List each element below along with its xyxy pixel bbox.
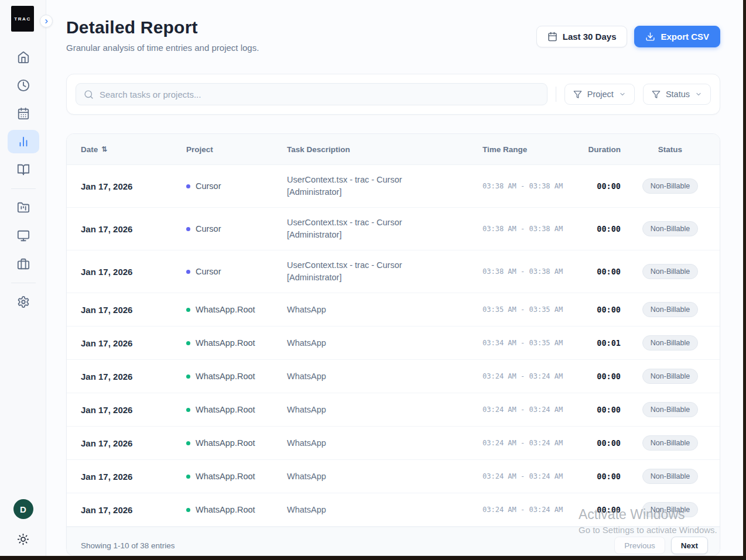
project-dot (186, 375, 190, 379)
status-badge: Non-Billable (642, 335, 698, 351)
status-badge: Non-Billable (642, 469, 698, 484)
column-header-time-range: Time Range (482, 145, 564, 154)
cell-time-range: 03:38 AM - 03:38 AM (482, 267, 564, 276)
sort-icon: ⇅ (101, 145, 107, 153)
sidebar-item-activity[interactable] (8, 224, 39, 248)
sidebar: TRAC D (0, 0, 46, 556)
sidebar-expand-button[interactable] (40, 15, 53, 28)
sidebar-item-workspace[interactable] (8, 252, 39, 276)
chevron-right-icon (43, 18, 50, 25)
cell-duration: 00:00 (564, 505, 621, 514)
search-box (76, 83, 547, 105)
cell-task-description: WhatsApp (287, 337, 433, 349)
date-range-button[interactable]: Last 30 Days (536, 26, 628, 47)
filter-icon (573, 90, 582, 99)
table-row: Jan 17, 2026 Cursor UserContext.tsx - tr… (67, 250, 720, 293)
sidebar-item-timer[interactable] (8, 74, 39, 97)
download-icon (645, 32, 655, 42)
cell-duration: 00:00 (564, 267, 621, 276)
cell-status: Non-Billable (621, 369, 720, 384)
previous-page-button[interactable]: Previous (614, 537, 665, 554)
cell-date: Jan 17, 2026 (81, 181, 186, 191)
cell-task-description: WhatsApp (287, 437, 433, 449)
theme-toggle-button[interactable] (17, 533, 29, 545)
cell-project: Cursor (186, 267, 287, 276)
cell-project: WhatsApp.Root (186, 405, 287, 414)
cell-status: Non-Billable (621, 221, 720, 236)
sidebar-divider (11, 283, 36, 283)
cell-status: Non-Billable (621, 502, 720, 517)
cell-project: WhatsApp.Root (186, 305, 287, 314)
cell-status: Non-Billable (621, 264, 720, 279)
cell-task-description: WhatsApp (287, 404, 433, 416)
sidebar-item-reports[interactable] (8, 130, 39, 153)
table-footer: Showing 1-10 of 38 entries Previous Next (67, 527, 720, 556)
cell-duration: 00:00 (564, 438, 621, 448)
cell-status: Non-Billable (621, 302, 720, 317)
cell-date: Jan 17, 2026 (81, 472, 186, 482)
sidebar-item-projects[interactable] (8, 196, 39, 219)
entries-summary: Showing 1-10 of 38 entries (81, 541, 175, 550)
next-page-button[interactable]: Next (671, 537, 708, 554)
cell-project: WhatsApp.Root (186, 338, 287, 348)
table-row: Jan 17, 2026 Cursor UserContext.tsx - tr… (67, 208, 720, 250)
chevron-down-icon (695, 91, 702, 98)
cell-status: Non-Billable (621, 435, 720, 451)
project-dot (186, 270, 190, 274)
clock-icon (17, 79, 30, 92)
avatar[interactable]: D (13, 499, 33, 519)
status-badge: Non-Billable (642, 369, 698, 384)
folder-kanban-icon (17, 201, 30, 214)
table-row: Jan 17, 2026 WhatsApp.Root WhatsApp 03:3… (67, 293, 720, 327)
table-row: Jan 17, 2026 WhatsApp.Root WhatsApp 03:2… (67, 493, 720, 527)
report-table: Date ⇅ Project Task Description Time Ran… (66, 133, 720, 556)
cell-status: Non-Billable (621, 402, 720, 417)
status-badge: Non-Billable (642, 178, 698, 194)
cell-date: Jan 17, 2026 (81, 338, 186, 348)
search-input[interactable] (100, 90, 539, 99)
sidebar-item-calendar[interactable] (8, 102, 39, 125)
table-row: Jan 17, 2026 Cursor UserContext.tsx - tr… (67, 165, 720, 208)
cell-project: WhatsApp.Root (186, 438, 287, 448)
cell-status: Non-Billable (621, 178, 720, 194)
project-dot (186, 441, 190, 445)
table-row: Jan 17, 2026 WhatsApp.Root WhatsApp 03:2… (67, 360, 720, 393)
cell-time-range: 03:34 AM - 03:35 AM (482, 339, 564, 347)
desktop-edge-bottom (0, 556, 746, 560)
main-content: Detailed Report Granular analysis of tim… (47, 0, 743, 556)
gear-icon (17, 296, 30, 308)
sidebar-item-docs[interactable] (8, 158, 39, 181)
sidebar-divider (11, 188, 36, 189)
project-dot (186, 408, 190, 412)
column-header-date[interactable]: Date ⇅ (81, 145, 186, 154)
page-title: Detailed Report (66, 18, 259, 37)
cell-date: Jan 17, 2026 (81, 305, 186, 315)
export-csv-button[interactable]: Export CSV (634, 26, 720, 47)
sidebar-item-settings[interactable] (8, 290, 39, 314)
status-filter-dropdown[interactable]: Status (643, 84, 711, 105)
project-dot (186, 227, 190, 231)
calendar-icon (17, 107, 30, 120)
cell-time-range: 03:24 AM - 03:24 AM (482, 372, 564, 380)
project-filter-dropdown[interactable]: Project (564, 84, 635, 105)
sidebar-footer: D (0, 499, 46, 545)
cell-task-description: WhatsApp (287, 504, 433, 516)
cell-time-range: 03:24 AM - 03:24 AM (482, 406, 564, 414)
sidebar-item-home[interactable] (8, 46, 39, 69)
cell-duration: 00:00 (564, 405, 621, 414)
cell-time-range: 03:24 AM - 03:24 AM (482, 506, 564, 514)
cell-task-description: UserContext.tsx - trac - Cursor [Adminis… (287, 259, 433, 284)
cell-task-description: WhatsApp (287, 470, 433, 483)
table-row: Jan 17, 2026 WhatsApp.Root WhatsApp 03:2… (67, 460, 720, 493)
home-icon (17, 51, 30, 64)
cell-time-range: 03:35 AM - 03:35 AM (482, 305, 564, 314)
project-dot (186, 308, 190, 312)
desktop-edge-right (743, 0, 746, 560)
table-header-row: Date ⇅ Project Task Description Time Ran… (67, 134, 720, 165)
status-badge: Non-Billable (642, 435, 698, 451)
sun-icon (17, 533, 29, 545)
search-icon (84, 90, 94, 99)
cell-project: WhatsApp.Root (186, 505, 287, 514)
cell-project: WhatsApp.Root (186, 372, 287, 381)
column-header-duration: Duration (564, 145, 621, 154)
